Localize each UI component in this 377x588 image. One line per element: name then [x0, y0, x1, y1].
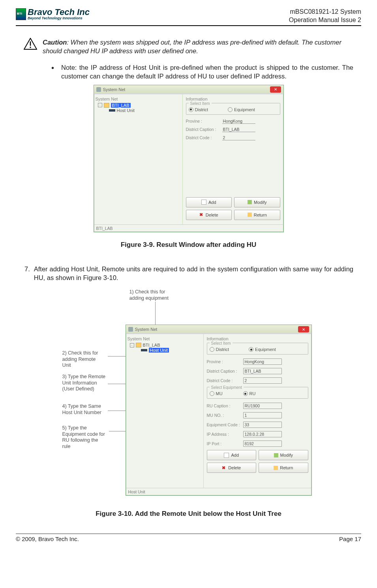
tree-root[interactable]: - BTI_LAB	[130, 343, 202, 347]
info-pane: Information Select Item District Equipme…	[204, 334, 311, 488]
annotation-2: 2) Check this for adding Remote Unit	[62, 350, 106, 369]
annotation-3: 3) Type the Remote Unit Information (Use…	[62, 374, 106, 392]
bullet-icon: •	[51, 64, 54, 81]
select-item-label: Select Item	[189, 101, 212, 106]
return-icon	[248, 213, 252, 217]
svg-point-2	[30, 47, 31, 48]
select-item-group: Select Item District Equipment	[186, 103, 280, 115]
page-footer: © 2009, Bravo Tech Inc. Page 17	[16, 534, 361, 542]
tree-child-label: Host Unit	[117, 108, 135, 113]
fig10-caption: Figure 3-10. Add the Remote Unit below t…	[16, 510, 361, 518]
ru-caption-input[interactable]: RU1900	[243, 403, 282, 409]
close-button[interactable]: ✕	[270, 86, 281, 93]
window-title: System Net	[135, 327, 158, 332]
tree-child-label: Host Unit	[149, 348, 169, 353]
return-button[interactable]: Return	[259, 463, 308, 473]
note-bullet: • Note: the IP address of Host Unit is p…	[51, 63, 353, 81]
add-icon	[224, 453, 229, 458]
province-input[interactable]: HongKong	[222, 119, 255, 124]
doc-line2: Operation Manual Issue 2	[289, 16, 361, 24]
delete-button[interactable]: ✖Delete	[186, 210, 232, 220]
province-field: Provine : HongKong	[186, 119, 280, 124]
radio-equipment[interactable]: Equipment	[228, 107, 255, 112]
delete-button[interactable]: ✖Delete	[207, 463, 257, 473]
ip-port-input[interactable]: 8192	[243, 441, 282, 447]
app-icon	[128, 327, 133, 332]
caution-label: Caution	[43, 39, 67, 46]
hostunit-icon	[141, 349, 147, 351]
tree-title: System Net	[128, 336, 202, 341]
code-input[interactable]: 2	[222, 135, 255, 140]
window-title: System Net	[103, 87, 126, 92]
eq-code-input[interactable]: 33	[243, 422, 282, 428]
info-title: Information	[186, 97, 280, 101]
logo-line2: Beyond Technology Innovations	[28, 17, 90, 20]
close-button[interactable]: ✕	[298, 326, 309, 332]
radio-district[interactable]: District	[189, 107, 208, 112]
delete-icon: ✖	[199, 213, 204, 217]
doc-line1: mBSC081921-12 System	[289, 8, 361, 16]
tree-root[interactable]: - BTI_LAB	[98, 103, 181, 108]
caution-text: Caution: When the system was shipped out…	[43, 38, 353, 56]
annotation-5: 5) Type the Equipment code for RU follow…	[62, 425, 108, 450]
tree-title: System Net	[96, 97, 181, 101]
note-text: Note: the IP address of Host Unit is pre…	[61, 63, 353, 81]
tree-pane: System Net - BTI_LAB Host Unit	[94, 94, 183, 224]
page-header: Bravo Tech Inc Beyond Technology Innovat…	[16, 8, 361, 26]
radio-mu[interactable]: MU	[210, 391, 223, 396]
caption-field: District Caption : BTI_LAB	[186, 127, 280, 132]
modify-button[interactable]: Modify	[234, 197, 280, 207]
tree-root-label: BTI_LAB	[143, 343, 160, 347]
radio-district[interactable]: District	[210, 347, 229, 352]
folder-icon	[104, 103, 109, 108]
modify-icon	[274, 453, 278, 457]
province-input[interactable]: HongKong	[243, 358, 282, 365]
code-input[interactable]: 2	[243, 377, 282, 384]
caption-input[interactable]: BTI_LAB	[222, 127, 255, 132]
caution-body: : When the system was shipped out, the I…	[43, 39, 341, 54]
tree-child[interactable]: Host Unit	[98, 108, 181, 113]
titlebar: System Net ✕	[94, 85, 283, 94]
footer-right: Page 17	[339, 536, 361, 542]
doc-title: mBSC081921-12 System Operation Manual Is…	[289, 8, 361, 24]
logo-icon	[16, 8, 26, 20]
titlebar: System Net ✕	[126, 325, 311, 334]
add-button[interactable]: Add	[186, 197, 232, 207]
footer-left: © 2009, Bravo Tech Inc.	[16, 536, 79, 542]
expand-icon[interactable]: -	[130, 343, 134, 347]
fig10-wrap: 1) Check this for adding equipment 2) Ch…	[62, 289, 315, 506]
logo-block: Bravo Tech Inc Beyond Technology Innovat…	[16, 8, 90, 20]
step-num: 7.	[24, 265, 30, 282]
button-row: Add Modify ✖Delete Return	[186, 197, 280, 220]
add-icon	[201, 200, 206, 205]
delete-icon: ✖	[222, 466, 226, 470]
info-pane: Information Select Item District Equipme…	[183, 94, 283, 224]
ann1-line	[155, 302, 156, 325]
tree-root-label: BTI_LAB	[111, 103, 131, 108]
mu-no-input[interactable]: 1	[243, 412, 282, 418]
step-7: 7. After adding Host Unit, Remote units …	[24, 265, 353, 282]
tree-pane: System Net - BTI_LAB Host Unit	[126, 334, 204, 488]
status-bar: BTI_LAB	[94, 224, 283, 232]
caption-input[interactable]: BTI_LAB	[243, 368, 282, 374]
expand-icon[interactable]: -	[98, 103, 102, 107]
radio-equipment[interactable]: Equipment	[249, 347, 276, 352]
return-button[interactable]: Return	[234, 210, 280, 220]
ip-addr-input[interactable]: 128.0.2.28	[243, 431, 282, 437]
caution-block: Caution: When the system was shipped out…	[24, 38, 353, 56]
status-bar: Host Unit	[126, 488, 311, 495]
select-equip-group: Select Equipment MU RU	[207, 387, 308, 399]
modify-icon	[248, 200, 252, 204]
add-button[interactable]: Add	[207, 450, 257, 460]
hostunit-icon	[109, 109, 115, 112]
modify-button[interactable]: Modify	[259, 450, 308, 460]
tree-child[interactable]: Host Unit	[130, 348, 202, 353]
logo-line1: Bravo Tech Inc	[28, 8, 90, 17]
folder-icon	[136, 343, 141, 347]
warning-icon	[24, 38, 37, 50]
radio-ru[interactable]: RU	[243, 391, 256, 396]
return-icon	[274, 466, 278, 470]
app-icon	[96, 87, 101, 92]
annotation-4: 4) Type the Same Host Unit Number	[62, 403, 106, 416]
fig10-window: System Net ✕ System Net - BTI_LAB Host U…	[126, 325, 312, 496]
